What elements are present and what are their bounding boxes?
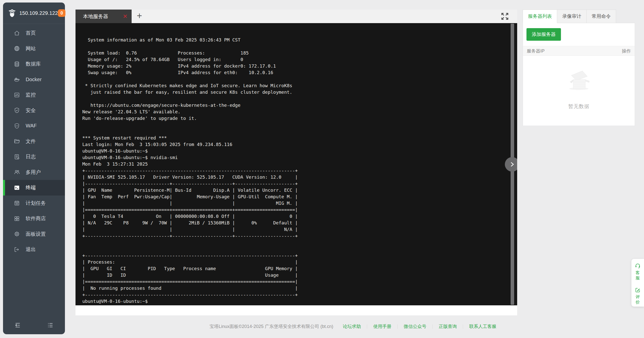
server-panel-tabs: 服务器列表 录像审计 常用命令 bbox=[523, 10, 635, 23]
sidebar-footer bbox=[3, 322, 65, 329]
svg-text:WAF: WAF bbox=[15, 125, 19, 126]
terminal-icon bbox=[14, 184, 20, 191]
terminal-tab-local-server[interactable]: 本地服务器 ✕ bbox=[75, 10, 132, 23]
close-tab-icon[interactable]: ✕ bbox=[123, 14, 128, 19]
sidebar-item-label: 监控 bbox=[26, 91, 36, 98]
tab-recording-audit[interactable]: 录像审计 bbox=[557, 10, 587, 23]
terminal-card: 本地服务器 ✕ + System information as of Mon 0… bbox=[75, 10, 517, 315]
sidebar-item-home[interactable]: 首页 bbox=[3, 25, 65, 41]
terminal-output: System information as of Mon 03 Feb 2025… bbox=[75, 23, 517, 305]
sidebar-item-security[interactable]: 安全 bbox=[3, 103, 65, 118]
floating-support-widget: 客服 评价 bbox=[631, 259, 644, 307]
gear-icon bbox=[14, 231, 20, 237]
sidebar-item-settings[interactable]: 面板设置 bbox=[3, 226, 65, 242]
footer-divider bbox=[367, 324, 367, 329]
terminal-tab-label: 本地服务器 bbox=[83, 13, 123, 20]
sidebar-item-label: 面板设置 bbox=[26, 231, 46, 237]
sidebar-item-label: WAF bbox=[26, 123, 37, 129]
folder-icon bbox=[14, 138, 20, 144]
expand-panel-button[interactable] bbox=[505, 157, 517, 172]
customer-service-label: 客服 bbox=[635, 270, 640, 281]
logout-icon bbox=[14, 246, 20, 253]
sidebar-item-label: 退出 bbox=[26, 246, 36, 253]
sidebar-item-multiuser[interactable]: 多用户 bbox=[3, 165, 65, 180]
tabbar-filler bbox=[616, 10, 635, 23]
log-file-icon bbox=[14, 154, 20, 160]
footer-divider bbox=[397, 324, 398, 329]
add-server-button[interactable]: 添加服务器 bbox=[526, 28, 561, 41]
footer-link-wechat[interactable]: 微信公众号 bbox=[404, 323, 426, 329]
sidebar-item-label: 计划任务 bbox=[26, 200, 46, 207]
sidebar-item-label: 首页 bbox=[26, 30, 36, 36]
footer-link-contact-support[interactable]: 联系人工客服 bbox=[469, 323, 496, 329]
sidebar-header: 150.109.229.122 0 bbox=[3, 3, 65, 24]
sidebar-item-label: Docker bbox=[26, 77, 42, 82]
sidebar-item-logout[interactable]: 退出 bbox=[3, 242, 65, 257]
message-count-badge[interactable]: 0 bbox=[58, 9, 65, 17]
monitor-icon bbox=[14, 92, 20, 98]
sidebar-item-label: 网站 bbox=[26, 45, 36, 52]
tab-common-commands[interactable]: 常用命令 bbox=[587, 10, 616, 23]
terminal-tabbar: 本地服务器 ✕ + bbox=[75, 10, 517, 23]
footer-link-manual[interactable]: 使用手册 bbox=[373, 323, 391, 329]
column-server-ip: 服务器IP bbox=[527, 48, 545, 54]
feedback-label: 评价 bbox=[635, 294, 640, 305]
footer-divider bbox=[463, 324, 463, 329]
sidebar-item-waf[interactable]: WAF WAF bbox=[3, 118, 65, 134]
terminal-screen[interactable]: System information as of Mon 03 Feb 2025… bbox=[75, 23, 517, 305]
docker-icon bbox=[14, 76, 20, 83]
home-icon bbox=[14, 30, 20, 36]
sidebar-item-label: 安全 bbox=[26, 107, 36, 114]
collapse-sidebar-icon[interactable] bbox=[14, 322, 21, 329]
sidebar-item-monitor[interactable]: 监控 bbox=[3, 87, 65, 103]
sidebar-item-label: 软件商店 bbox=[26, 215, 46, 222]
sidebar-item-label: 终端 bbox=[26, 184, 36, 191]
feedback-button[interactable]: 评价 bbox=[635, 287, 641, 305]
bt-logo-icon bbox=[8, 9, 17, 18]
sidebar-item-database[interactable]: 数据库 bbox=[3, 56, 65, 72]
sidebar-item-logs[interactable]: 日志 bbox=[3, 149, 65, 165]
menu-list-icon[interactable] bbox=[47, 322, 54, 329]
sidebar-item-docker[interactable]: Docker bbox=[3, 72, 65, 87]
appstore-icon bbox=[14, 215, 20, 222]
server-ip-label: 150.109.229.122 bbox=[19, 10, 58, 16]
database-icon bbox=[14, 61, 20, 67]
empty-state: 暂无数据 bbox=[523, 56, 635, 110]
sidebar: 150.109.229.122 0 首页 网站 数据库 Docker bbox=[3, 3, 65, 334]
server-list-body: 添加服务器 服务器IP 操作 暂无数据 bbox=[523, 23, 635, 126]
globe-icon bbox=[14, 45, 20, 52]
shield-check-icon bbox=[14, 107, 20, 114]
sidebar-item-label: 数据库 bbox=[26, 61, 41, 67]
server-panel: 服务器列表 录像审计 常用命令 添加服务器 服务器IP 操作 暂无数据 bbox=[523, 10, 635, 126]
tab-server-list[interactable]: 服务器列表 bbox=[523, 10, 557, 23]
sidebar-item-label: 文件 bbox=[26, 138, 36, 145]
footer-divider bbox=[432, 324, 433, 329]
sidebar-item-files[interactable]: 文件 bbox=[3, 134, 65, 149]
copyright-text: 宝塔Linux面板©2014-2025 广东堡塔安全技术有限公司 (bt.cn) bbox=[210, 323, 333, 329]
fullscreen-icon[interactable] bbox=[501, 12, 509, 21]
empty-box-icon bbox=[565, 69, 593, 90]
page-footer: 宝塔Linux面板©2014-2025 广东堡塔安全技术有限公司 (bt.cn)… bbox=[65, 323, 644, 330]
footer-link-forum[interactable]: 论坛求助 bbox=[343, 323, 361, 329]
sidebar-item-website[interactable]: 网站 bbox=[3, 41, 65, 57]
customer-service-button[interactable]: 客服 bbox=[635, 263, 641, 281]
sidebar-item-cron[interactable]: 计划任务 bbox=[3, 196, 65, 211]
edit-feedback-icon bbox=[635, 287, 641, 293]
sidebar-item-appstore[interactable]: 软件商店 bbox=[3, 211, 65, 226]
calendar-icon bbox=[14, 200, 20, 206]
column-action: 操作 bbox=[622, 48, 631, 54]
empty-state-text: 暂无数据 bbox=[568, 103, 589, 110]
sidebar-item-label: 日志 bbox=[26, 153, 36, 160]
sidebar-menu: 首页 网站 数据库 Docker 监控 bbox=[3, 24, 65, 257]
footer-link-genuine-check[interactable]: 正版查询 bbox=[439, 323, 457, 329]
sidebar-item-label: 多用户 bbox=[26, 169, 41, 176]
headset-icon bbox=[635, 263, 641, 269]
users-icon bbox=[14, 169, 20, 175]
sidebar-item-terminal[interactable]: 终端 bbox=[3, 180, 65, 196]
server-table-header: 服务器IP 操作 bbox=[523, 46, 635, 56]
add-terminal-tab-button[interactable]: + bbox=[132, 10, 147, 23]
waf-shield-icon: WAF bbox=[14, 123, 20, 129]
